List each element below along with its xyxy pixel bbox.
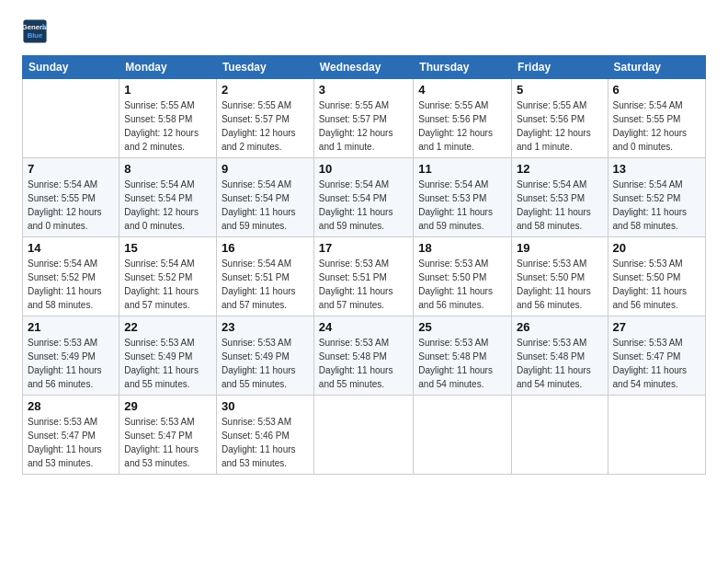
calendar-cell: 15Sunrise: 5:54 AM Sunset: 5:52 PM Dayli… — [119, 237, 217, 316]
logo-icon: General Blue — [22, 18, 48, 44]
day-number: 14 — [28, 241, 114, 255]
day-info: Sunrise: 5:53 AM Sunset: 5:47 PM Dayligh… — [124, 415, 211, 470]
calendar-cell: 11Sunrise: 5:54 AM Sunset: 5:53 PM Dayli… — [414, 158, 512, 237]
calendar-cell: 18Sunrise: 5:53 AM Sunset: 5:50 PM Dayli… — [414, 237, 512, 316]
calendar-cell: 8Sunrise: 5:54 AM Sunset: 5:54 PM Daylig… — [119, 158, 217, 237]
day-number: 24 — [319, 320, 408, 334]
day-info: Sunrise: 5:54 AM Sunset: 5:52 PM Dayligh… — [124, 257, 211, 312]
day-info: Sunrise: 5:53 AM Sunset: 5:47 PM Dayligh… — [613, 336, 700, 391]
calendar-header-row: SundayMondayTuesdayWednesdayThursdayFrid… — [23, 56, 706, 79]
day-info: Sunrise: 5:53 AM Sunset: 5:46 PM Dayligh… — [222, 415, 309, 470]
calendar-cell: 2Sunrise: 5:55 AM Sunset: 5:57 PM Daylig… — [216, 79, 313, 158]
day-number: 4 — [418, 83, 506, 97]
day-number: 6 — [613, 83, 700, 97]
day-number: 23 — [222, 320, 309, 334]
day-number: 9 — [222, 162, 309, 176]
calendar-cell — [414, 396, 512, 475]
logo: General Blue — [22, 18, 51, 44]
calendar-cell: 20Sunrise: 5:53 AM Sunset: 5:50 PM Dayli… — [608, 237, 705, 316]
week-row-5: 28Sunrise: 5:53 AM Sunset: 5:47 PM Dayli… — [23, 396, 706, 475]
day-number: 13 — [613, 162, 700, 176]
day-info: Sunrise: 5:53 AM Sunset: 5:50 PM Dayligh… — [517, 257, 602, 312]
calendar-cell — [608, 396, 705, 475]
calendar-cell: 12Sunrise: 5:54 AM Sunset: 5:53 PM Dayli… — [512, 158, 608, 237]
calendar-cell: 19Sunrise: 5:53 AM Sunset: 5:50 PM Dayli… — [512, 237, 608, 316]
day-info: Sunrise: 5:53 AM Sunset: 5:48 PM Dayligh… — [319, 336, 408, 391]
day-number: 20 — [613, 241, 700, 255]
day-info: Sunrise: 5:53 AM Sunset: 5:49 PM Dayligh… — [124, 336, 211, 391]
calendar-cell — [313, 396, 413, 475]
day-number: 15 — [124, 241, 211, 255]
calendar-cell: 14Sunrise: 5:54 AM Sunset: 5:52 PM Dayli… — [23, 237, 119, 316]
day-number: 8 — [124, 162, 211, 176]
day-info: Sunrise: 5:55 AM Sunset: 5:56 PM Dayligh… — [517, 98, 602, 154]
day-number: 22 — [124, 320, 211, 334]
calendar-cell: 17Sunrise: 5:53 AM Sunset: 5:51 PM Dayli… — [313, 237, 413, 316]
calendar-cell: 25Sunrise: 5:53 AM Sunset: 5:48 PM Dayli… — [414, 316, 512, 396]
day-number: 29 — [124, 399, 211, 413]
header-sunday: Sunday — [23, 56, 119, 79]
day-info: Sunrise: 5:55 AM Sunset: 5:57 PM Dayligh… — [222, 98, 309, 154]
calendar-cell: 27Sunrise: 5:53 AM Sunset: 5:47 PM Dayli… — [608, 316, 705, 396]
day-info: Sunrise: 5:53 AM Sunset: 5:48 PM Dayligh… — [418, 336, 506, 391]
day-number: 18 — [418, 241, 506, 255]
day-number: 3 — [319, 83, 408, 97]
header-thursday: Thursday — [414, 56, 512, 79]
day-info: Sunrise: 5:54 AM Sunset: 5:53 PM Dayligh… — [418, 178, 506, 233]
calendar-cell: 22Sunrise: 5:53 AM Sunset: 5:49 PM Dayli… — [119, 316, 217, 396]
header-saturday: Saturday — [608, 56, 705, 79]
calendar-cell: 4Sunrise: 5:55 AM Sunset: 5:56 PM Daylig… — [414, 79, 512, 158]
header: General Blue — [22, 18, 706, 44]
day-number: 17 — [319, 241, 408, 255]
header-friday: Friday — [512, 56, 608, 79]
day-number: 16 — [222, 241, 309, 255]
day-info: Sunrise: 5:55 AM Sunset: 5:56 PM Dayligh… — [418, 98, 506, 154]
day-info: Sunrise: 5:53 AM Sunset: 5:47 PM Dayligh… — [28, 415, 114, 470]
week-row-4: 21Sunrise: 5:53 AM Sunset: 5:49 PM Dayli… — [23, 316, 706, 396]
calendar-cell: 21Sunrise: 5:53 AM Sunset: 5:49 PM Dayli… — [23, 316, 119, 396]
day-number: 21 — [28, 320, 114, 334]
day-number: 30 — [222, 399, 309, 413]
day-info: Sunrise: 5:55 AM Sunset: 5:57 PM Dayligh… — [319, 98, 408, 154]
week-row-3: 14Sunrise: 5:54 AM Sunset: 5:52 PM Dayli… — [23, 237, 706, 316]
day-info: Sunrise: 5:54 AM Sunset: 5:54 PM Dayligh… — [319, 178, 408, 233]
calendar-cell: 16Sunrise: 5:54 AM Sunset: 5:51 PM Dayli… — [216, 237, 313, 316]
day-info: Sunrise: 5:54 AM Sunset: 5:52 PM Dayligh… — [613, 178, 700, 233]
day-info: Sunrise: 5:54 AM Sunset: 5:54 PM Dayligh… — [222, 178, 309, 233]
day-number: 26 — [517, 320, 602, 334]
day-number: 19 — [517, 241, 602, 255]
calendar-cell: 23Sunrise: 5:53 AM Sunset: 5:49 PM Dayli… — [216, 316, 313, 396]
day-info: Sunrise: 5:54 AM Sunset: 5:53 PM Dayligh… — [517, 178, 602, 233]
header-wednesday: Wednesday — [313, 56, 413, 79]
day-info: Sunrise: 5:53 AM Sunset: 5:50 PM Dayligh… — [613, 257, 700, 312]
day-info: Sunrise: 5:53 AM Sunset: 5:48 PM Dayligh… — [517, 336, 602, 391]
week-row-2: 7Sunrise: 5:54 AM Sunset: 5:55 PM Daylig… — [23, 158, 706, 237]
day-info: Sunrise: 5:54 AM Sunset: 5:55 PM Dayligh… — [613, 98, 700, 154]
day-number: 5 — [517, 83, 602, 97]
calendar-cell: 28Sunrise: 5:53 AM Sunset: 5:47 PM Dayli… — [23, 396, 119, 475]
day-number: 25 — [418, 320, 506, 334]
day-number: 11 — [418, 162, 506, 176]
header-monday: Monday — [119, 56, 217, 79]
day-info: Sunrise: 5:53 AM Sunset: 5:49 PM Dayligh… — [28, 336, 114, 391]
day-info: Sunrise: 5:54 AM Sunset: 5:54 PM Dayligh… — [124, 178, 211, 233]
day-number: 12 — [517, 162, 602, 176]
day-info: Sunrise: 5:53 AM Sunset: 5:49 PM Dayligh… — [222, 336, 309, 391]
calendar-cell — [23, 79, 119, 158]
day-info: Sunrise: 5:54 AM Sunset: 5:51 PM Dayligh… — [222, 257, 309, 312]
day-info: Sunrise: 5:54 AM Sunset: 5:52 PM Dayligh… — [28, 257, 114, 312]
day-number: 10 — [319, 162, 408, 176]
calendar-cell: 26Sunrise: 5:53 AM Sunset: 5:48 PM Dayli… — [512, 316, 608, 396]
calendar-cell: 9Sunrise: 5:54 AM Sunset: 5:54 PM Daylig… — [216, 158, 313, 237]
calendar-cell: 7Sunrise: 5:54 AM Sunset: 5:55 PM Daylig… — [23, 158, 119, 237]
calendar-cell: 13Sunrise: 5:54 AM Sunset: 5:52 PM Dayli… — [608, 158, 705, 237]
day-info: Sunrise: 5:53 AM Sunset: 5:50 PM Dayligh… — [418, 257, 506, 312]
day-info: Sunrise: 5:53 AM Sunset: 5:51 PM Dayligh… — [319, 257, 408, 312]
calendar-cell: 29Sunrise: 5:53 AM Sunset: 5:47 PM Dayli… — [119, 396, 217, 475]
svg-text:Blue: Blue — [28, 31, 43, 40]
calendar-cell: 6Sunrise: 5:54 AM Sunset: 5:55 PM Daylig… — [608, 79, 705, 158]
calendar-cell — [512, 396, 608, 475]
day-number: 27 — [613, 320, 700, 334]
calendar-cell: 30Sunrise: 5:53 AM Sunset: 5:46 PM Dayli… — [216, 396, 313, 475]
day-number: 1 — [124, 83, 211, 97]
